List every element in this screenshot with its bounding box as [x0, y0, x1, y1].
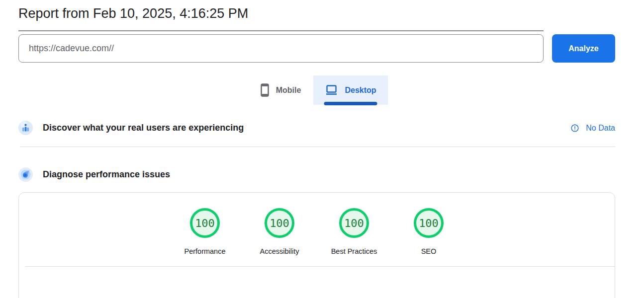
input-top-border-line	[18, 30, 544, 31]
field-data-section-header: Discover what your real users are experi…	[18, 121, 244, 135]
gauge-best-practices-score: 100	[339, 208, 369, 238]
speedometer-icon	[18, 167, 33, 182]
url-input[interactable]	[18, 34, 544, 63]
tab-desktop-label: Desktop	[345, 86, 376, 95]
gauge-performance[interactable]: 100 Performance	[168, 208, 242, 255]
error-outline-icon	[570, 124, 579, 133]
gauge-accessibility-score: 100	[265, 208, 294, 238]
performance-report-card: 100 Performance 100 Accessibility 100 Be…	[18, 192, 615, 298]
tab-mobile-label: Mobile	[276, 86, 301, 95]
gauge-accessibility[interactable]: 100 Accessibility	[242, 208, 317, 255]
card-divider	[25, 266, 615, 267]
section-divider	[20, 147, 615, 147]
page-title: Report from Feb 10, 2025, 4:16:25 PM	[18, 6, 248, 21]
score-gauges: 100 Performance 100 Accessibility 100 Be…	[19, 208, 615, 255]
gauge-seo-label: SEO	[421, 247, 437, 255]
bar-chart-icon	[18, 121, 33, 135]
gauge-seo[interactable]: 100 SEO	[391, 208, 466, 255]
no-data-label: No Data	[586, 124, 615, 133]
tab-desktop[interactable]: Desktop	[313, 75, 388, 105]
gauge-performance-score: 100	[190, 208, 220, 238]
device-tabs: Mobile Desktop	[248, 75, 388, 105]
gauge-best-practices[interactable]: 100 Best Practices	[317, 208, 391, 255]
field-data-title: Discover what your real users are experi…	[43, 123, 244, 133]
tab-mobile[interactable]: Mobile	[248, 75, 313, 105]
lab-data-title: Diagnose performance issues	[43, 169, 170, 180]
gauge-seo-score: 100	[414, 208, 444, 238]
gauge-accessibility-label: Accessibility	[260, 247, 299, 255]
analyze-button[interactable]: Analyze	[552, 34, 615, 63]
gauge-best-practices-label: Best Practices	[331, 247, 377, 255]
lab-data-section-header: Diagnose performance issues	[18, 167, 170, 182]
phone-icon	[260, 83, 270, 97]
gauge-performance-label: Performance	[184, 247, 225, 255]
field-data-status[interactable]: No Data	[570, 124, 615, 133]
tab-selected-indicator	[324, 102, 377, 105]
laptop-icon	[325, 85, 338, 95]
